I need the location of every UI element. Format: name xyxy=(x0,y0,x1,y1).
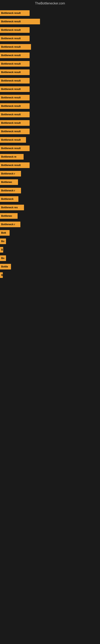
bottleneck-bar[interactable]: Bottleneck result xyxy=(0,78,30,84)
bar-label: Bottle xyxy=(1,265,8,268)
bar-label: Bottleneck r xyxy=(1,223,15,226)
bar-row: Bottleneck result xyxy=(0,136,100,144)
bottleneck-bar[interactable]: Bottleneck result xyxy=(0,162,30,168)
bar-row: Bottleneck r xyxy=(0,170,100,178)
bar-label: Bott xyxy=(1,232,6,234)
bottleneck-bar[interactable]: Bo xyxy=(0,256,6,261)
bar-row: Bottleneck result xyxy=(0,9,100,17)
bar-label: Bottleneck r xyxy=(1,172,15,175)
bottleneck-bar[interactable]: Bottleneck result xyxy=(0,120,30,126)
bottleneck-bar[interactable]: Bottleneck r xyxy=(0,188,21,194)
bar-row: Bottle xyxy=(0,262,100,271)
bar-label: B xyxy=(1,248,3,251)
bar-label: Bottleneck result xyxy=(1,130,21,133)
bars-container: Bottleneck resultBottleneck resultBottle… xyxy=(0,7,100,281)
bar-row: Bo xyxy=(0,254,100,262)
bottleneck-bar[interactable]: Bottleneck result xyxy=(0,61,30,66)
bar-label: Bottleneck result xyxy=(1,37,21,40)
bar-row: Bottleneck r xyxy=(0,220,100,228)
bar-label: Bottleneck result xyxy=(1,147,21,150)
bar-row: Bottleneck result xyxy=(0,94,100,102)
bar-row: Bott xyxy=(0,228,100,237)
bar-row: Bottlenec xyxy=(0,178,100,186)
bar-row: Bottleneck result xyxy=(0,161,100,170)
bottleneck-bar[interactable]: Bo xyxy=(0,238,6,244)
bar-row: Bottleneck res xyxy=(0,203,100,212)
bottleneck-bar[interactable]: B xyxy=(0,272,3,278)
bar-label: Bottlenec xyxy=(1,181,12,184)
bottleneck-bar[interactable]: Bottleneck result xyxy=(0,36,30,41)
bar-label: Bottleneck result xyxy=(1,54,21,57)
bar-label: Bottleneck result xyxy=(1,71,21,74)
bottleneck-bar[interactable]: Bottleneck result xyxy=(0,103,30,109)
bar-label: Bottleneck result xyxy=(1,88,21,90)
bar-row: Bottleneck result xyxy=(0,34,100,43)
bar-label: Bo xyxy=(1,257,4,260)
bar-label: Bottlenec xyxy=(1,214,12,217)
bottleneck-bar[interactable]: Bottleneck result xyxy=(0,146,30,151)
bottleneck-bar[interactable]: Bottleneck result xyxy=(0,95,30,100)
bar-row: Bottleneck result xyxy=(0,102,100,110)
bottleneck-bar[interactable]: B xyxy=(0,247,3,252)
bar-row: Bottleneck result xyxy=(0,119,100,127)
bar-label: Bottleneck result xyxy=(1,28,21,32)
bar-label: Bottleneck result xyxy=(1,122,21,124)
bar-row: Bo xyxy=(0,237,100,246)
bar-row: Bottleneck result xyxy=(0,110,100,119)
bottleneck-bar[interactable]: Bottleneck result xyxy=(0,44,31,50)
bottleneck-bar[interactable]: Bottleneck result xyxy=(0,112,30,117)
bar-row: Bottleneck result xyxy=(0,85,100,94)
bottleneck-bar[interactable]: Bottleneck result xyxy=(0,52,30,58)
bar-row: Bottleneck xyxy=(0,195,100,203)
bar-row: Bottleneck result xyxy=(0,60,100,68)
bar-label: Bottleneck result xyxy=(1,62,21,65)
bar-row: Bottleneck result xyxy=(0,51,100,60)
bar-label: Bottleneck result xyxy=(1,20,21,23)
bottleneck-bar[interactable]: Bottleneck result xyxy=(0,70,30,75)
bottleneck-bar[interactable]: Bottlenec xyxy=(0,213,18,219)
bar-row: Bottleneck re xyxy=(0,152,100,161)
bar-label: Bottleneck xyxy=(1,198,13,200)
bottleneck-bar[interactable]: Bottleneck result xyxy=(0,128,30,134)
bar-label: Bo xyxy=(1,240,4,243)
bar-label: Bottleneck result xyxy=(1,96,21,99)
bar-label: Bottleneck result xyxy=(1,113,21,116)
bar-row: Bottleneck result xyxy=(0,68,100,76)
bottleneck-bar[interactable]: Bottleneck r xyxy=(0,171,21,176)
bottleneck-bar[interactable]: Bottleneck re xyxy=(0,154,24,160)
bar-row: Bottleneck result xyxy=(0,17,100,26)
bottleneck-bar[interactable]: Bottleneck r xyxy=(0,222,20,227)
bar-row: Bottleneck r xyxy=(0,186,100,195)
bar-row: Bottleneck result xyxy=(0,127,100,136)
bar-label: Bottleneck result xyxy=(1,138,21,141)
bar-row: Bottleneck result xyxy=(0,144,100,152)
bar-row: Bottleneck result xyxy=(0,26,100,34)
bar-label: Bottleneck result xyxy=(1,12,21,14)
bottleneck-bar[interactable]: Bottleneck result xyxy=(0,10,30,16)
bar-label: B xyxy=(1,274,3,276)
bottleneck-bar[interactable]: Bottleneck result xyxy=(0,27,30,33)
bottleneck-bar[interactable]: Bottleneck result xyxy=(0,137,26,143)
bottleneck-bar[interactable]: Bottleneck xyxy=(0,196,18,202)
bottleneck-bar[interactable]: Bottle xyxy=(0,264,11,270)
bottleneck-bar[interactable]: Bottleneck result xyxy=(0,19,40,24)
bar-label: Bottleneck result xyxy=(1,79,21,82)
bar-label: Bottleneck res xyxy=(1,206,18,209)
bar-row: Bottleneck result xyxy=(0,43,100,51)
site-title: TheBottlenecker.com xyxy=(0,0,100,7)
bottleneck-bar[interactable]: Bott xyxy=(0,230,10,236)
bottleneck-bar[interactable]: Bottlenec xyxy=(0,179,18,185)
bar-row: Bottleneck result xyxy=(0,76,100,85)
bar-row: Bottlenec xyxy=(0,212,100,220)
bar-label: Bottleneck re xyxy=(1,155,16,158)
bottleneck-bar[interactable]: Bottleneck res xyxy=(0,205,24,210)
bar-label: Bottleneck result xyxy=(1,46,21,48)
bar-row: B xyxy=(0,271,100,279)
bar-label: Bottleneck r xyxy=(1,189,15,192)
bar-label: Bottleneck result xyxy=(1,105,21,108)
bar-label: Bottleneck result xyxy=(1,164,21,167)
bar-row: B xyxy=(0,246,100,254)
bottleneck-bar[interactable]: Bottleneck result xyxy=(0,86,30,92)
